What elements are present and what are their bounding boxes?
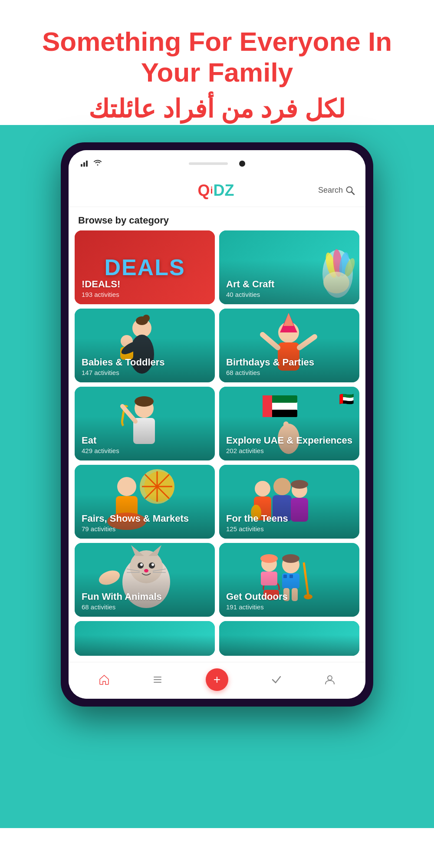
bottom-nav: + (69, 662, 365, 699)
category-grid: DEALS !DEALS! 193 activities (69, 230, 365, 662)
category-card-deals[interactable]: DEALS !DEALS! 193 activities (75, 230, 215, 304)
art-craft-title: Art & Craft (226, 279, 352, 290)
category-card-babies[interactable]: Babies & Toddlers 147 activities (75, 309, 215, 382)
uae-flag: 🇦🇪 (339, 392, 354, 406)
search-icon (345, 186, 355, 195)
teens-title: For the Teens (226, 513, 352, 524)
explore-title: Explore UAE & Experiences (226, 435, 352, 446)
svg-point-88 (328, 676, 332, 680)
animals-title: Fun With Animals (82, 591, 208, 602)
category-card-partial-left[interactable] (75, 621, 215, 656)
logo-dz: DZ (214, 181, 234, 200)
phone-camera (239, 161, 245, 167)
category-card-animals[interactable]: Fun With Animals 68 activities (75, 543, 215, 617)
outdoors-title: Get Outdoors (226, 591, 352, 602)
category-card-teens[interactable]: For the Teens 125 activities (219, 465, 359, 539)
explore-overlay: Explore UAE & Experiences 202 activities (219, 428, 359, 460)
add-button[interactable]: + (206, 668, 228, 691)
hero-section: Something For Everyone In Your Family لك… (0, 0, 434, 125)
logo-q: Q (197, 181, 210, 200)
hero-title-arabic: لكل فرد من أفراد عائلتك (26, 92, 408, 125)
search-label: Search (318, 186, 343, 195)
deals-title: !DEALS! (82, 279, 208, 290)
fairs-subtitle: 79 activities (82, 525, 208, 533)
eat-overlay: Eat 429 activities (75, 428, 215, 460)
search-button[interactable]: Search (318, 186, 355, 195)
app-logo: Q i DZ (197, 181, 234, 200)
birthdays-overlay: Birthdays & Parties 68 activities (219, 350, 359, 382)
nav-check[interactable] (271, 674, 282, 685)
teens-overlay: For the Teens 125 activities (219, 506, 359, 539)
babies-title: Babies & Toddlers (82, 357, 208, 368)
birthdays-subtitle: 68 activities (226, 369, 352, 376)
eat-title: Eat (82, 435, 208, 446)
wifi-icon (93, 159, 102, 168)
fairs-overlay: Fairs, Shows & Markets 79 activities (75, 506, 215, 539)
art-craft-overlay: Art & Craft 40 activities (219, 272, 359, 304)
list-icon (152, 674, 163, 685)
browse-title: Browse by category (78, 215, 356, 226)
category-card-fairs[interactable]: Fairs, Shows & Markets 79 activities (75, 465, 215, 539)
nav-home[interactable] (99, 674, 110, 685)
check-icon (271, 674, 282, 685)
art-craft-subtitle: 40 activities (226, 291, 352, 298)
hero-title-english: Something For Everyone In Your Family (26, 26, 408, 88)
teens-subtitle: 125 activities (226, 525, 352, 533)
category-card-birthdays[interactable]: Birthdays & Parties 68 activities (219, 309, 359, 382)
eat-subtitle: 429 activities (82, 447, 208, 454)
category-card-partial-right[interactable] (219, 621, 359, 656)
nav-add[interactable]: + (206, 668, 228, 691)
outdoors-subtitle: 191 activities (226, 603, 352, 611)
nav-list[interactable] (152, 674, 163, 685)
explore-subtitle: 202 activities (226, 447, 352, 454)
fairs-title: Fairs, Shows & Markets (82, 513, 208, 524)
phone-screen: Q i DZ Search Browse by category (69, 150, 365, 699)
nav-profile[interactable] (324, 674, 335, 685)
category-card-art-craft[interactable]: Art & Craft 40 activities (219, 230, 359, 304)
phone-speaker (189, 162, 228, 165)
babies-overlay: Babies & Toddlers 147 activities (75, 350, 215, 382)
signal-icon (81, 160, 88, 167)
deals-overlay: !DEALS! 193 activities (75, 272, 215, 304)
status-bar (69, 150, 365, 174)
status-bar-left (81, 159, 102, 168)
profile-icon (324, 674, 335, 685)
logo-i: i (210, 185, 213, 196)
browse-header: Browse by category (69, 207, 365, 230)
babies-subtitle: 147 activities (82, 369, 208, 376)
deals-subtitle: 193 activities (82, 291, 208, 298)
animals-overlay: Fun With Animals 68 activities (75, 584, 215, 617)
notch-area (189, 156, 245, 167)
app-header: Q i DZ Search (69, 174, 365, 207)
animals-subtitle: 68 activities (82, 603, 208, 611)
phone-mockup: Q i DZ Search Browse by category (61, 142, 373, 707)
category-card-outdoors[interactable]: Get Outdoors 191 activities (219, 543, 359, 617)
svg-line-1 (352, 192, 354, 194)
category-card-explore[interactable]: 🇦🇪 Explore UAE & Experiences 202 activit… (219, 387, 359, 460)
home-icon (99, 674, 110, 685)
teal-background: Q i DZ Search Browse by category (0, 125, 434, 828)
birthdays-title: Birthdays & Parties (226, 357, 352, 368)
outdoors-overlay: Get Outdoors 191 activities (219, 584, 359, 617)
category-card-eat[interactable]: Eat 429 activities (75, 387, 215, 460)
